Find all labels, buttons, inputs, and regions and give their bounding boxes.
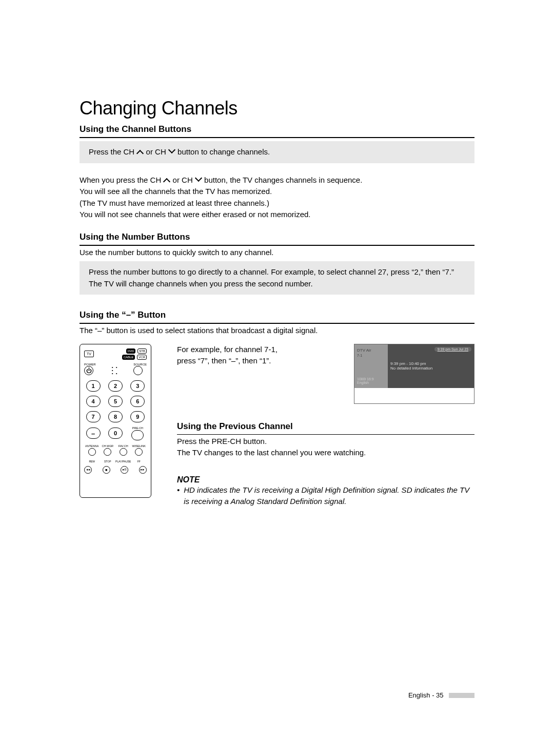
remote-cable-button: CABLE: [122, 355, 135, 360]
remote-dvd-button: DVD: [126, 348, 136, 354]
osd-language: English: [357, 381, 385, 384]
source-button: [133, 366, 143, 375]
note-heading: NOTE: [177, 475, 474, 484]
remote-tv-label: TV: [84, 351, 94, 357]
remote-stop-label: STOP: [104, 460, 111, 463]
text: For example, for channel 7-1,: [177, 344, 278, 356]
remote-antenna-label: ANTENNA: [85, 444, 98, 448]
osd-source: DTV Air: [357, 348, 385, 353]
remote-nav-row: ANTENNA CH MGR FAV.CH WISELINK: [84, 444, 147, 456]
section-heading-dash: Using the “–” Button: [80, 310, 474, 324]
power-icon: ⏻: [86, 367, 92, 374]
chevron-down-icon: [168, 149, 175, 154]
bullet: •: [177, 484, 180, 508]
prech-button: [131, 430, 144, 440]
text: The TV changes to the last channel you w…: [177, 447, 474, 459]
remote-play-label: PLAY/PAUSE: [115, 460, 131, 463]
play-pause-button: ▸II: [121, 466, 128, 474]
note-text: HD indicates the TV is receiving a Digit…: [184, 484, 474, 508]
osd-info: No detailed information: [390, 366, 471, 371]
remote-stb-button: STB: [137, 348, 147, 354]
text: You will see all the channels that the T…: [80, 186, 474, 198]
remote-favch-label: FAV.CH: [118, 444, 128, 448]
remote-power-label: POWER: [84, 363, 96, 366]
section-heading-number: Using the Number Buttons: [80, 232, 474, 246]
osd-channel-banner: DTV Air 7-1 1080i 16:9 English 9:39 pm S…: [354, 344, 474, 404]
page-title: Changing Channels: [80, 98, 474, 119]
chmgr-button: [104, 448, 111, 456]
text: Press the PRE-CH button.: [177, 436, 474, 448]
num-5-button: 5.: [108, 396, 123, 407]
num-8-button: 8: [108, 411, 123, 422]
key-label: –: [91, 430, 95, 437]
chevron-up-icon: [136, 149, 144, 154]
section-heading-prev: Using the Previous Channel: [177, 421, 474, 435]
num-6-button: 6: [130, 396, 145, 407]
footer-bar: [449, 693, 474, 698]
rewind-button: ◂◂: [84, 466, 92, 474]
remote-wiselink-label: WISELINK: [132, 444, 146, 448]
indicator-dots: ∘ ∘∘∘ ∘: [111, 366, 118, 375]
osd-channel: 7-1: [357, 354, 385, 357]
osd-clock: 9:39 pm Sun Jul 23: [434, 347, 471, 352]
text: or CH: [173, 176, 195, 184]
ff-button: ▸▸: [139, 466, 147, 474]
chevron-up-icon: [163, 178, 170, 183]
num-0-button: 0: [108, 428, 123, 439]
chevron-down-icon: [195, 178, 202, 183]
text: (The TV must have memorized at least thr…: [80, 198, 474, 209]
num-2-button: 2: [108, 380, 123, 392]
osd-program-time: 9:39 pm - 10:40 pm: [390, 361, 471, 366]
text: When you press the CH: [80, 176, 163, 184]
text: The “–” button is used to select station…: [80, 325, 474, 337]
remote-vcr-button: VCR: [137, 355, 147, 360]
num-1-button: 1: [86, 380, 101, 392]
page-footer: English - 35: [408, 691, 444, 699]
remote-ff-label: FF: [137, 460, 141, 463]
num-7-button: 7: [86, 411, 101, 422]
num-4-button: 4: [86, 396, 101, 407]
remote-diagram: TV DVD STB CABLE VCR POWER: [80, 344, 151, 498]
power-button: ⏻: [84, 366, 93, 375]
text: press “7”, then “–”, then “1”.: [177, 355, 278, 367]
section-heading-channel: Using the Channel Buttons: [80, 124, 474, 138]
wiselink-button: [135, 448, 143, 456]
dash-button: –: [86, 428, 101, 439]
favch-button: [120, 448, 127, 456]
text: or CH: [146, 147, 168, 156]
num-3-button: 3: [130, 380, 145, 392]
prech-label: PRE-CH: [129, 427, 147, 430]
text: You will not see channels that were eith…: [80, 209, 474, 221]
remote-numpad: 1 2 3 4 5. 6 7 8 9 – 0 PRE-CH: [84, 380, 147, 440]
text: Press the CH: [89, 147, 136, 156]
remote-rew-label: REW: [89, 460, 95, 463]
gray-instruction-box-1: Press the CH or CH button to change chan…: [80, 141, 474, 163]
text: Press the number buttons to go directly …: [89, 266, 465, 289]
antenna-button: [88, 448, 96, 456]
stop-button: ■: [103, 466, 110, 474]
key-label: 5: [114, 398, 117, 404]
remote-source-label: SOURCE: [133, 363, 147, 366]
gray-instruction-box-2: Press the number buttons to go directly …: [80, 261, 474, 295]
text: Use the number buttons to quickly switch…: [80, 247, 474, 259]
text: button, the TV changes channels in seque…: [204, 176, 362, 184]
num-9-button: 9: [130, 411, 145, 422]
osd-resolution: 1080i 16:9: [357, 377, 385, 381]
text: button to change channels.: [177, 147, 270, 156]
remote-chmgr-label: CH MGR: [102, 444, 113, 448]
